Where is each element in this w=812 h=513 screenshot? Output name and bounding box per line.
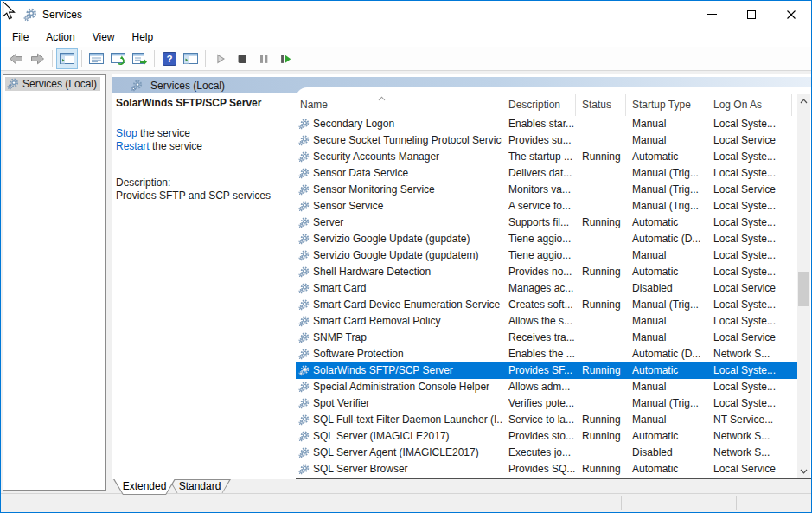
- maximize-icon: [747, 10, 756, 19]
- vertical-scrollbar[interactable]: [797, 94, 810, 478]
- service-row[interactable]: Shell Hardware DetectionProvides no...Ru…: [296, 264, 798, 280]
- scrollbar-thumb[interactable]: [798, 272, 809, 306]
- service-row[interactable]: Servizio Google Update (gupdate)Tiene ag…: [296, 231, 798, 247]
- stop-service-icon: [235, 52, 249, 66]
- stop-service-link[interactable]: Stop: [116, 127, 137, 139]
- maximize-button[interactable]: [732, 1, 771, 28]
- service-row[interactable]: Smart Card Removal PolicyAllows the s...…: [296, 313, 798, 330]
- export-list-button[interactable]: [129, 48, 150, 69]
- service-name-cell: Secure Socket Tunneling Protocol Service: [296, 132, 502, 149]
- column-header-description[interactable]: Description: [502, 94, 576, 116]
- service-name-cell: SQL Server Agent (IMAGICLE2017): [296, 445, 502, 461]
- column-header-status[interactable]: Status: [576, 94, 626, 116]
- service-startup-type: Manual: [626, 330, 707, 346]
- service-name-cell: Secondary Logon: [296, 116, 502, 132]
- service-row[interactable]: Software ProtectionEnables the ...Automa…: [296, 346, 798, 362]
- refresh-button[interactable]: [107, 48, 129, 69]
- service-startup-type: Manual (Trig...: [626, 395, 707, 412]
- service-name: Smart Card Device Enumeration Service: [313, 297, 500, 313]
- services-window: Services File Action View Help: [0, 0, 812, 513]
- service-row[interactable]: Servizio Google Update (gupdatem)Tiene a…: [296, 247, 798, 264]
- menu-file[interactable]: File: [3, 29, 37, 46]
- service-status: Running: [576, 412, 626, 428]
- service-status: Running: [576, 362, 626, 379]
- service-row[interactable]: Sensor Data ServiceDelivers dat...Manual…: [296, 165, 798, 182]
- service-description: Provides SQ...: [502, 461, 576, 478]
- service-row[interactable]: Sensor ServiceA service fo...Manual (Tri…: [296, 198, 798, 215]
- restart-service-button[interactable]: [274, 48, 296, 69]
- service-gear-icon: [298, 151, 310, 163]
- sort-ascending-icon: [378, 92, 386, 104]
- service-row[interactable]: SolarWinds SFTP/SCP ServerProvides SF...…: [296, 362, 798, 379]
- service-name: Smart Card Removal Policy: [313, 313, 440, 330]
- service-name: Secure Socket Tunneling Protocol Service: [313, 132, 502, 149]
- service-gear-icon: [298, 266, 310, 278]
- service-rows: Secondary LogonEnables star...ManualLoca…: [296, 116, 811, 478]
- service-description: Delivers dat...: [502, 165, 576, 182]
- show-console-tree-button[interactable]: [56, 48, 78, 69]
- service-row[interactable]: SQL Full-text Filter Daemon Launcher (I.…: [296, 412, 798, 428]
- tree-item-label: Services (Local): [22, 78, 97, 90]
- service-row[interactable]: Spot VerifierVerifies pote...Manual (Tri…: [296, 395, 798, 412]
- service-row[interactable]: Smart CardManages ac...DisabledLocal Ser…: [296, 280, 798, 297]
- service-startup-type: Manual (Trig...: [626, 165, 707, 182]
- statusbar-divider: [621, 496, 622, 510]
- properties-icon: [89, 52, 104, 65]
- window-controls: [692, 1, 811, 28]
- tab-extended[interactable]: Extended: [113, 479, 176, 495]
- service-row[interactable]: ServerSupports fil...RunningAutomaticLoc…: [296, 215, 798, 231]
- service-description: Provides sto...: [502, 428, 576, 445]
- service-name: Secondary Logon: [313, 116, 394, 132]
- service-row[interactable]: SNMP TrapReceives tra...ManualLocal Serv…: [296, 330, 798, 346]
- service-name-cell: Spot Verifier: [296, 395, 502, 412]
- show-action-pane-button[interactable]: [180, 48, 201, 69]
- scroll-up-button[interactable]: [797, 94, 810, 108]
- menu-help[interactable]: Help: [124, 29, 163, 46]
- service-name: Smart Card: [313, 280, 366, 297]
- service-name-cell: SQL Full-text Filter Daemon Launcher (I.…: [296, 412, 502, 428]
- service-gear-icon: [298, 349, 310, 360]
- pause-service-button[interactable]: [253, 48, 274, 69]
- service-row[interactable]: Smart Card Device Enumeration ServiceCre…: [296, 297, 798, 313]
- column-header-name[interactable]: Name: [296, 94, 502, 116]
- service-gear-icon: [298, 184, 310, 196]
- back-button[interactable]: [5, 48, 27, 69]
- service-row[interactable]: Special Administration Console HelperAll…: [296, 379, 798, 395]
- service-row[interactable]: SQL Server Agent (IMAGICLE2017)Executes …: [296, 445, 798, 461]
- refresh-icon: [111, 52, 125, 66]
- service-startup-type: Manual: [626, 132, 707, 149]
- properties-button[interactable]: [86, 48, 107, 69]
- service-row[interactable]: Secure Socket Tunneling Protocol Service…: [296, 132, 798, 149]
- service-name-cell: SQL Server (IMAGICLE2017): [296, 428, 502, 445]
- help-button[interactable]: ?: [158, 48, 180, 69]
- service-row[interactable]: SQL Server BrowserProvides SQ...RunningA…: [296, 461, 798, 478]
- menubar: File Action View Help: [1, 28, 811, 47]
- minimize-button[interactable]: [692, 1, 732, 28]
- column-header-startup-type[interactable]: Startup Type: [626, 94, 707, 116]
- close-icon: [786, 10, 796, 20]
- close-button[interactable]: [771, 1, 811, 28]
- service-description: Executes jo...: [502, 445, 576, 461]
- tree-item-services-local[interactable]: Services (Local): [5, 77, 100, 91]
- scroll-down-button[interactable]: [797, 465, 810, 478]
- column-header-log-on-as[interactable]: Log On As: [707, 94, 792, 116]
- chevron-down-icon: [800, 469, 808, 474]
- menu-action[interactable]: Action: [37, 29, 83, 46]
- start-service-button[interactable]: [209, 48, 231, 69]
- service-description: Verifies pote...: [502, 395, 576, 412]
- menu-view[interactable]: View: [84, 29, 124, 46]
- extended-detail-pane: SolarWinds SFTP/SCP Server Stop the serv…: [116, 97, 291, 202]
- service-log-on-as: Local Syste...: [707, 379, 792, 395]
- service-row[interactable]: Security Accounts ManagerThe startup ...…: [296, 149, 798, 165]
- restart-service-link[interactable]: Restart: [116, 140, 150, 152]
- stop-service-button[interactable]: [231, 48, 253, 69]
- service-row[interactable]: SQL Server (IMAGICLE2017)Provides sto...…: [296, 428, 798, 445]
- service-name-cell: Servizio Google Update (gupdate): [296, 231, 502, 247]
- service-row[interactable]: Secondary LogonEnables star...ManualLoca…: [296, 116, 798, 132]
- service-description: Allows adm...: [502, 379, 576, 395]
- forward-button[interactable]: [27, 48, 48, 69]
- service-startup-type: Automatic: [626, 428, 707, 445]
- service-name-cell: Shell Hardware Detection: [296, 264, 502, 280]
- toolbar-separator: [52, 50, 53, 67]
- service-row[interactable]: Sensor Monitoring ServiceMonitors va...M…: [296, 182, 798, 198]
